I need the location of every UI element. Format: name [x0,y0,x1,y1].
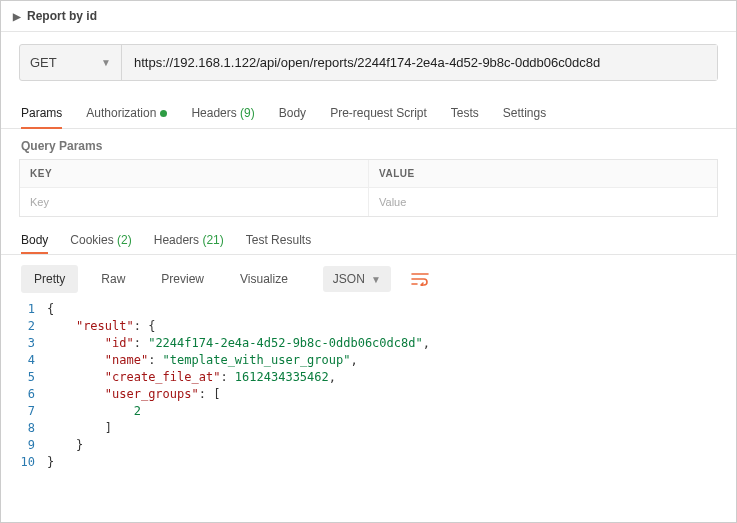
request-url-row: GET ▼ https://192.168.1.122/api/open/rep… [19,44,718,81]
chevron-down-icon: ▼ [371,274,381,285]
toolbar-format-label: JSON [333,272,365,286]
qp-head-key: KEY [20,160,368,187]
chevron-right-icon: ▶ [13,11,21,22]
tab-tests[interactable]: Tests [451,106,479,128]
line-number: 9 [19,437,47,454]
query-params-table: KEY VALUE Key Value [19,159,718,217]
http-method-label: GET [30,55,57,70]
resp-tab-cookies-count: (2) [117,233,132,247]
query-params-header-row: KEY VALUE [20,160,717,187]
tab-headers-label: Headers [191,106,236,120]
code-text: "result": { [47,318,155,335]
tab-body[interactable]: Body [279,106,306,128]
line-number: 6 [19,386,47,403]
tab-headers[interactable]: Headers (9) [191,106,254,128]
wrap-lines-icon[interactable] [411,272,429,286]
code-text: "user_groups": [ [47,386,220,403]
panel-header[interactable]: ▶ Report by id [1,1,736,32]
tab-headers-count: (9) [240,106,255,120]
code-text: "create_file_at": 1612434335462, [47,369,336,386]
query-params-title: Query Params [1,129,736,159]
code-text: 2 [47,403,141,420]
tab-authorization-label: Authorization [86,106,156,120]
code-text: { [47,301,54,318]
resp-tab-headers[interactable]: Headers (21) [154,233,224,253]
resp-tab-headers-count: (21) [202,233,223,247]
tab-settings[interactable]: Settings [503,106,546,128]
line-number: 4 [19,352,47,369]
qp-key-input[interactable]: Key [20,188,368,216]
code-text: ] [47,420,112,437]
line-number: 5 [19,369,47,386]
response-toolbar: Pretty Raw Preview Visualize JSON ▼ [1,255,736,293]
resp-tab-body[interactable]: Body [21,233,48,253]
line-number: 10 [19,454,47,471]
toolbar-visualize[interactable]: Visualize [227,265,301,293]
code-text: } [47,454,54,471]
resp-tab-cookies-label: Cookies [70,233,113,247]
resp-tab-test-results[interactable]: Test Results [246,233,311,253]
tab-prerequest[interactable]: Pre-request Script [330,106,427,128]
response-body-code[interactable]: 1{ 2 "result": { 3 "id": "2244f174-2e4a-… [1,293,736,489]
code-text: } [47,437,83,454]
toolbar-preview[interactable]: Preview [148,265,217,293]
request-tabs: Params Authorization Headers (9) Body Pr… [1,95,736,129]
http-method-select[interactable]: GET ▼ [20,45,122,80]
line-number: 2 [19,318,47,335]
query-params-input-row: Key Value [20,187,717,216]
toolbar-pretty[interactable]: Pretty [21,265,78,293]
resp-tab-cookies[interactable]: Cookies (2) [70,233,131,253]
code-text: "id": "2244f174-2e4a-4d52-9b8c-0ddb06c0d… [47,335,430,352]
response-tabs: Body Cookies (2) Headers (21) Test Resul… [1,217,736,255]
tab-params[interactable]: Params [21,106,62,128]
tab-authorization[interactable]: Authorization [86,106,167,128]
toolbar-format-select[interactable]: JSON ▼ [323,266,391,292]
line-number: 3 [19,335,47,352]
url-input[interactable]: https://192.168.1.122/api/open/reports/2… [122,45,717,80]
line-number: 1 [19,301,47,318]
line-number: 8 [19,420,47,437]
panel-title: Report by id [27,9,97,23]
line-number: 7 [19,403,47,420]
qp-head-value: VALUE [368,160,717,187]
qp-value-input[interactable]: Value [368,188,717,216]
code-text: "name": "template_with_user_group", [47,352,358,369]
toolbar-raw[interactable]: Raw [88,265,138,293]
url-text: https://192.168.1.122/api/open/reports/2… [134,55,600,70]
chevron-down-icon: ▼ [101,57,111,68]
status-dot-icon [160,110,167,117]
resp-tab-headers-label: Headers [154,233,199,247]
